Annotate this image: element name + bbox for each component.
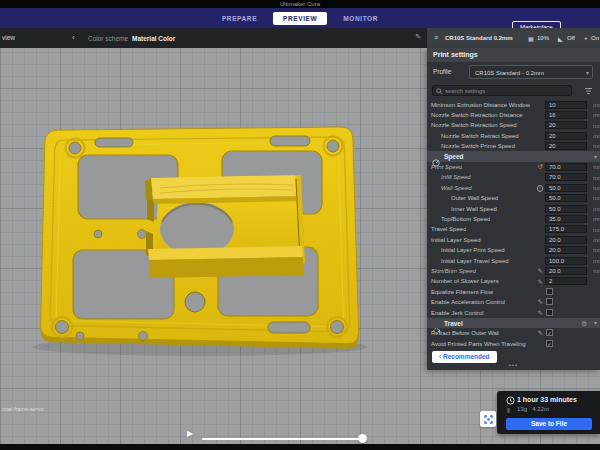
setting-row: Nozzle Switch Prime Speed20mm/s (427, 141, 600, 151)
pencil-icon: ✎ (538, 309, 543, 316)
preview-stages-button[interactable] (480, 411, 496, 427)
setting-value-field[interactable]: 20 (545, 121, 587, 129)
material-icon: ||| (507, 407, 509, 413)
search-box[interactable] (432, 85, 572, 96)
color-scheme-value[interactable]: Material Color (132, 35, 175, 42)
setting-label: Inner Wall Speed (427, 206, 497, 212)
print-time-estimate: 1 hour 33 minutes (517, 396, 577, 403)
setting-label: Initial Layer Speed (427, 237, 481, 243)
setting-value-field[interactable]: 175.0 (545, 225, 587, 233)
setting-checkbox[interactable] (546, 309, 553, 316)
view-dropdown[interactable]: view (2, 34, 15, 41)
panel-resize-handle[interactable]: ••• (427, 363, 600, 370)
setting-checkbox[interactable]: ✓ (546, 329, 553, 336)
setting-label: Nozzle Switch Retraction Distance (427, 112, 523, 118)
chevron-down-icon: ▾ (594, 153, 597, 160)
setting-value-field[interactable]: 20 (545, 132, 587, 140)
chevron-left-icon[interactable]: ‹ (72, 33, 75, 42)
setting-label: Print Speed (427, 164, 462, 170)
pencil-icon: ✎ (538, 267, 543, 274)
setting-unit: mm/s (593, 175, 600, 181)
support-icon: ◣ (558, 35, 563, 42)
setting-row: Nozzle Switch Retraction Distance16mm (427, 110, 600, 120)
setting-checkbox[interactable] (546, 298, 553, 305)
clock-icon (506, 396, 515, 405)
setting-unit: mm (593, 102, 600, 108)
chevron-down-icon: ▾ (594, 319, 597, 326)
setting-unit: mm/s (593, 123, 600, 129)
setting-label: Initial Layer Travel Speed (427, 258, 509, 264)
setting-value-field[interactable]: 20 (545, 142, 587, 150)
expand-icon (484, 415, 493, 424)
setting-checkbox[interactable] (546, 288, 553, 295)
setting-label: Number of Slower Layers (427, 278, 499, 284)
profile-dropdown[interactable]: CR10S Standard - 0.2mm ▾ (469, 65, 593, 79)
tab-preview[interactable]: PREVIEW (273, 12, 327, 25)
setting-row: Print Speed↺70.0mm/s (427, 162, 600, 172)
setting-label: Nozzle Switch Prime Speed (427, 143, 515, 149)
setting-value-field[interactable]: 2 (545, 277, 587, 285)
setting-row: Equalize Filament Flow (427, 287, 600, 297)
print-setup-summary[interactable]: ≡ CR10S Standard 0.2mm ▦ 10% ◣ Off + On (427, 28, 600, 48)
window-title: Ultimaker Cura (0, 1, 600, 7)
material-estimate: 13g · 4.22m (517, 406, 549, 412)
print-settings-panel: Print settings Profile CR10S Standard - … (427, 48, 600, 370)
setting-value-field[interactable]: 50.0 (545, 184, 587, 192)
play-button[interactable]: ▶ (187, 429, 193, 438)
setting-value-field[interactable]: 20.0 (545, 236, 587, 244)
setting-row: Nozzle Switch Retract Speed20mm/s (427, 131, 600, 141)
panel-header: Print settings (427, 48, 600, 62)
reset-icon[interactable]: ↺ (538, 163, 543, 170)
setting-value-field[interactable]: 50.0 (545, 205, 587, 213)
section-header-travel[interactable]: Travel⚙▾ (427, 318, 600, 328)
layer-slider-handle[interactable] (358, 434, 367, 443)
tab-monitor[interactable]: MONITOR (343, 15, 378, 22)
setting-label: Retract Before Outer Wall (427, 330, 499, 336)
setting-value-field[interactable]: 16 (545, 111, 587, 119)
setting-checkbox[interactable]: ✓ (546, 340, 553, 347)
save-to-file-button[interactable]: Save to File (506, 418, 592, 430)
setting-row: Wall Speedi50.0mm/s (427, 183, 600, 193)
setting-unit: mm/s (593, 185, 600, 191)
setting-value-field[interactable]: 20.0 (545, 246, 587, 254)
setting-unit: mm/s (593, 206, 600, 212)
setting-row: Minimum Extrusion Distance Window10mm (427, 100, 600, 110)
setting-value-field[interactable]: 35.0 (545, 215, 587, 223)
setting-row: Outer Wall Speed50.0mm/s (427, 193, 600, 203)
recommended-button[interactable]: ‹ Recommended (432, 351, 497, 363)
section-header-speed[interactable]: Speed▾ (427, 151, 600, 161)
setting-value-field[interactable]: 100.0 (545, 257, 587, 265)
setting-unit: mm/s (593, 195, 600, 201)
setting-label: Avoid Printed Parts When Traveling (427, 341, 526, 347)
setting-row: Infill Speed70.0mm/s (427, 172, 600, 182)
search-input[interactable] (445, 86, 565, 95)
layer-slider-track[interactable] (202, 438, 364, 440)
setting-label: Equalize Filament Flow (427, 289, 493, 295)
profile-value: CR10S Standard - 0.2mm (475, 70, 544, 76)
tab-prepare[interactable]: PREPARE (222, 15, 257, 22)
setting-label: Outer Wall Speed (427, 195, 498, 201)
setting-value-field[interactable]: 70.0 (545, 173, 587, 181)
setting-row: Nozzle Switch Retraction Speed20mm/s (427, 120, 600, 130)
summary-support: Off (567, 35, 575, 41)
pencil-icon: ✎ (538, 298, 543, 305)
setting-value-field[interactable]: 50.0 (545, 194, 587, 202)
setting-unit: mm/s (593, 268, 600, 274)
bottom-strip (0, 444, 600, 450)
action-panel: 1 hour 33 minutes ||| 13g · 4.22m Save t… (497, 391, 600, 434)
setting-unit: mm/s (593, 258, 600, 264)
setting-row: Skirt/Brim Speed✎20.0mm/s (427, 266, 600, 276)
setting-value-field[interactable]: 70.0 (545, 163, 587, 171)
setting-value-field[interactable]: 20.0 (545, 267, 587, 275)
filter-icon[interactable] (584, 87, 593, 95)
adhesion-icon: + (584, 35, 588, 41)
pencil-icon: ✎ (538, 278, 543, 285)
setting-label: Enable Jerk Control (427, 310, 484, 316)
setting-label: Nozzle Switch Retraction Speed (427, 122, 517, 128)
setting-value-field[interactable]: 10 (545, 101, 587, 109)
edit-pencil-icon[interactable]: ✎ (415, 33, 421, 41)
gear-icon[interactable]: ⚙ (581, 320, 587, 328)
titlebar: Ultimaker Cura (0, 0, 600, 8)
info-icon: i (537, 185, 544, 192)
setting-label: Travel Speed (427, 226, 466, 232)
